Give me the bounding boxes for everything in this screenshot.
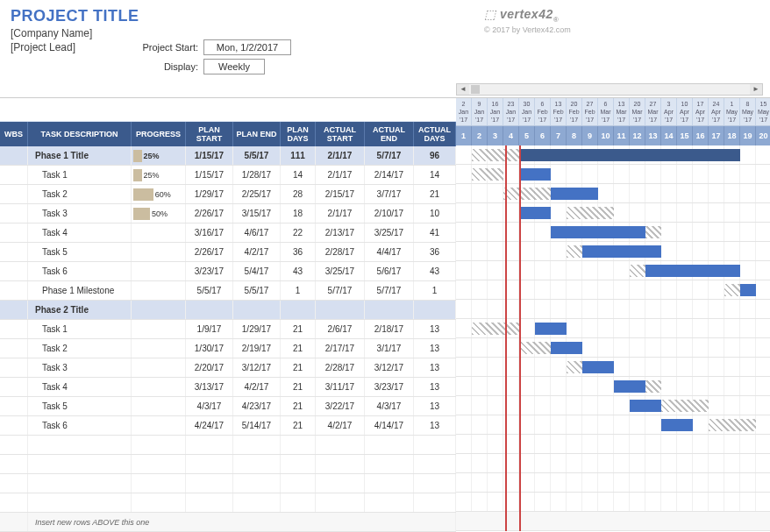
wbs-cell[interactable] — [0, 301, 28, 319]
gantt-cell[interactable] — [756, 184, 770, 202]
task-name-cell[interactable]: Task 4 — [28, 378, 132, 396]
wbs-cell[interactable] — [0, 281, 28, 300]
gantt-cell[interactable] — [740, 203, 756, 222]
gantt-cell[interactable] — [661, 280, 677, 299]
gantt-cell[interactable] — [472, 300, 488, 318]
gantt-cell[interactable] — [535, 493, 551, 511]
gantt-cell[interactable] — [709, 473, 724, 492]
empty-cell[interactable] — [233, 455, 281, 473]
progress-cell[interactable] — [132, 358, 186, 377]
gantt-cell[interactable] — [598, 165, 614, 183]
gantt-cell[interactable] — [614, 319, 630, 337]
plan-end-cell[interactable]: 5/5/17 — [233, 281, 281, 300]
gantt-cell[interactable] — [756, 203, 770, 222]
gantt-cell[interactable] — [598, 493, 614, 511]
gantt-cell[interactable] — [661, 377, 677, 395]
plan-start-cell[interactable]: 3/13/17 — [186, 378, 233, 396]
plan-start-cell[interactable]: 3/16/17 — [186, 223, 233, 242]
task-name-cell[interactable]: Phase 1 Milestone — [28, 281, 132, 300]
gantt-cell[interactable] — [535, 454, 551, 472]
col-actual-start[interactable]: ACTUAL START — [316, 122, 365, 146]
gantt-cell[interactable] — [488, 338, 503, 357]
plan-days-cell[interactable]: 21 — [281, 339, 316, 358]
gantt-cell[interactable] — [693, 338, 709, 357]
gantt-cell[interactable] — [488, 358, 503, 376]
gantt-cell[interactable] — [724, 184, 740, 202]
gantt-cell[interactable] — [488, 493, 503, 511]
progress-cell[interactable] — [132, 320, 186, 338]
actual-start-cell[interactable]: 2/1/17 — [316, 166, 365, 184]
plan-end-cell[interactable]: 3/15/17 — [233, 204, 281, 223]
plan-days-cell[interactable]: 21 — [281, 378, 316, 396]
actual-start-cell[interactable]: 5/7/17 — [316, 281, 365, 300]
empty-cell[interactable] — [316, 436, 365, 454]
gantt-cell[interactable] — [551, 396, 567, 415]
wbs-cell[interactable] — [0, 416, 28, 435]
task-name-cell[interactable]: Task 2 — [28, 339, 132, 358]
gantt-cell[interactable] — [456, 300, 472, 318]
actual-days-cell[interactable]: 10 — [414, 204, 456, 223]
gantt-cell[interactable] — [535, 415, 551, 434]
gantt-cell[interactable] — [693, 203, 709, 222]
gantt-cell[interactable] — [472, 415, 488, 434]
empty-cell[interactable] — [365, 436, 414, 454]
gantt-cell[interactable] — [614, 203, 630, 222]
gantt-cell[interactable] — [519, 377, 535, 395]
gantt-cell[interactable] — [551, 435, 567, 453]
col-plan-days[interactable]: PLAN DAYS — [281, 122, 316, 146]
gantt-cell[interactable] — [614, 396, 630, 415]
gantt-cell[interactable] — [614, 300, 630, 318]
gantt-cell[interactable] — [630, 454, 645, 472]
empty-cell[interactable] — [414, 455, 456, 473]
gantt-cell[interactable] — [740, 184, 756, 202]
gantt-cell[interactable] — [456, 473, 472, 492]
plan-days-cell[interactable]: 22 — [281, 223, 316, 242]
gantt-cell[interactable] — [693, 493, 709, 511]
task-name-cell[interactable]: Task 3 — [28, 358, 132, 377]
gantt-cell[interactable] — [740, 435, 756, 453]
gantt-cell[interactable] — [724, 454, 740, 472]
plan-start-cell[interactable]: 1/15/17 — [186, 166, 233, 184]
wbs-cell[interactable] — [0, 358, 28, 377]
gantt-cell[interactable] — [551, 300, 567, 318]
gantt-cell[interactable] — [456, 396, 472, 415]
gantt-cell[interactable] — [756, 396, 770, 415]
gantt-cell[interactable] — [567, 473, 582, 492]
gantt-cell[interactable] — [535, 223, 551, 241]
gantt-cell[interactable] — [488, 473, 503, 492]
timeline-scrollbar[interactable]: ◄ ► — [456, 83, 763, 96]
gantt-cell[interactable] — [614, 454, 630, 472]
gantt-cell[interactable] — [472, 396, 488, 415]
actual-end-cell[interactable]: 3/12/17 — [365, 358, 414, 377]
progress-cell[interactable]: 25% — [132, 146, 186, 165]
gantt-cell[interactable] — [709, 454, 724, 472]
gantt-cell[interactable] — [677, 377, 693, 395]
gantt-cell[interactable] — [756, 473, 770, 492]
task-name-cell[interactable]: Task 6 — [28, 262, 132, 280]
gantt-cell[interactable] — [598, 396, 614, 415]
gantt-cell[interactable] — [630, 319, 645, 337]
wbs-cell[interactable] — [0, 146, 28, 165]
plan-days-cell[interactable]: 43 — [281, 262, 316, 280]
gantt-cell[interactable] — [630, 184, 645, 202]
actual-days-cell[interactable]: 43 — [414, 262, 456, 280]
gantt-cell[interactable] — [567, 377, 582, 395]
gantt-cell[interactable] — [488, 223, 503, 241]
gantt-cell[interactable] — [472, 377, 488, 395]
gantt-cell[interactable] — [693, 435, 709, 453]
gantt-cell[interactable] — [693, 473, 709, 492]
task-name-cell[interactable]: Task 4 — [28, 223, 132, 242]
wbs-cell[interactable] — [0, 262, 28, 280]
gantt-cell[interactable] — [598, 377, 614, 395]
empty-cell[interactable] — [316, 474, 365, 493]
gantt-cell[interactable] — [535, 435, 551, 453]
gantt-cell[interactable] — [582, 319, 598, 337]
gantt-cell[interactable] — [598, 473, 614, 492]
gantt-cell[interactable] — [472, 454, 488, 472]
col-plan-start[interactable]: PLAN START — [186, 122, 233, 146]
gantt-cell[interactable] — [630, 300, 645, 318]
gantt-cell[interactable] — [677, 435, 693, 453]
gantt-cell[interactable] — [519, 319, 535, 337]
gantt-cell[interactable] — [488, 415, 503, 434]
actual-start-cell[interactable]: 2/1/17 — [316, 146, 365, 165]
